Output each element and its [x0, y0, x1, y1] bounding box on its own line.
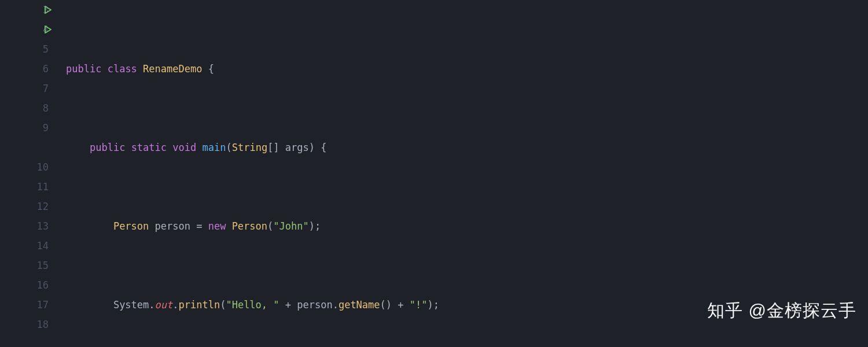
line-number: 17: [37, 295, 49, 315]
line-number: 5: [43, 39, 49, 59]
line-number: 14: [37, 236, 49, 256]
run-icon[interactable]: [44, 6, 52, 14]
line-number: 8: [43, 98, 49, 118]
watermark-text: 知乎 @金榜探云手: [707, 301, 856, 320]
run-icon[interactable]: [44, 25, 52, 34]
code-editor[interactable]: public class RenameDemo { public static …: [58, 0, 868, 347]
line-number-gutter: 3 4 5 6 7 8 9 10 11 12 13 14 15 16 17 18: [0, 0, 58, 347]
line-number: 10: [37, 157, 49, 177]
line-number: 6: [43, 59, 49, 79]
line-number: 13: [37, 216, 49, 236]
line-number: 15: [37, 256, 49, 275]
line-number: 7: [43, 79, 49, 98]
line-number: 11: [37, 177, 49, 197]
line-number: 12: [37, 197, 49, 216]
code-line[interactable]: public class RenameDemo {: [66, 59, 868, 79]
code-line[interactable]: Person person = new Person("John");: [66, 216, 868, 236]
line-number: 9: [43, 118, 49, 138]
code-line[interactable]: public static void main(String[] args) {: [66, 138, 868, 157]
line-number: 16: [37, 275, 49, 295]
line-number: 18: [37, 315, 49, 334]
